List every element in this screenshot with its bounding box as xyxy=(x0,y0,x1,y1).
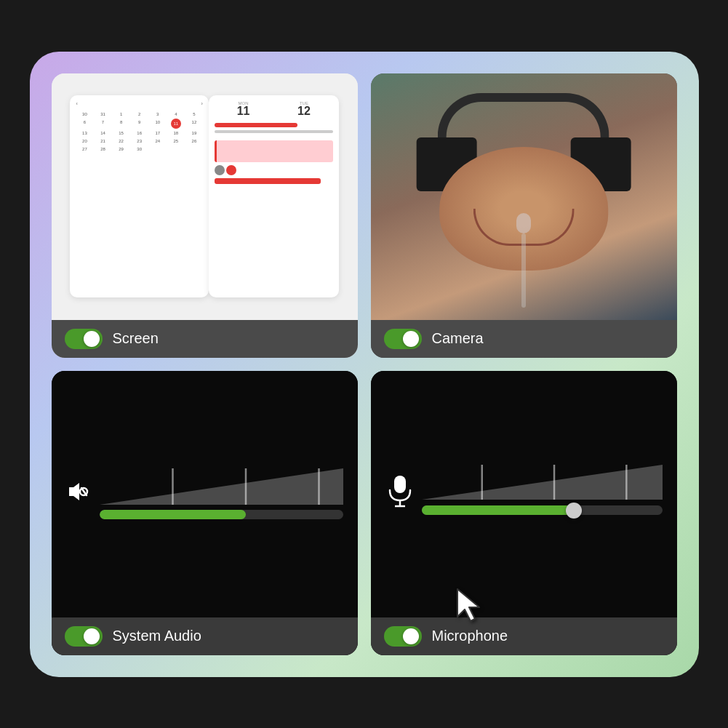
cal-cell: 29 xyxy=(113,145,130,153)
cal-cell: 31 xyxy=(94,111,111,118)
screen-toggle[interactable] xyxy=(65,329,103,349)
cal-cell: 21 xyxy=(94,137,111,145)
cal-next: › xyxy=(201,101,203,106)
schedule-day2-num: 12 xyxy=(275,105,332,117)
mic-slider-thumb[interactable] xyxy=(566,503,582,519)
audio-toggle-knob xyxy=(84,628,100,644)
schedule-mock: MON 11 TUE 12 xyxy=(209,95,339,297)
cal-cell: 4 xyxy=(167,111,185,118)
mic-viz-container xyxy=(422,465,663,523)
cal-cell: 24 xyxy=(149,137,167,145)
mic-toggle[interactable] xyxy=(384,626,422,647)
schedule-avatars xyxy=(215,165,333,175)
cal-cell: 18 xyxy=(167,129,185,137)
mic-preview xyxy=(371,371,677,617)
schedule-day1-num: 11 xyxy=(215,105,272,117)
mic-label: Microphone xyxy=(432,628,508,644)
camera-preview xyxy=(371,73,677,320)
cal-cell: 28 xyxy=(94,145,111,153)
audio-progress-fill xyxy=(100,510,246,519)
schedule-day1: MON 11 xyxy=(215,101,272,117)
cal-cell: 17 xyxy=(149,129,167,137)
audio-footer: System Audio xyxy=(52,617,358,655)
mic-progress-track[interactable] xyxy=(422,505,663,515)
schedule-bar xyxy=(215,123,297,127)
mic-footer: Microphone xyxy=(371,617,677,655)
cal-cell: 1 xyxy=(113,111,130,118)
mic-stand xyxy=(521,233,526,308)
cal-cell: 10 xyxy=(149,119,167,129)
svg-marker-0 xyxy=(69,483,79,500)
cal-prev: ‹ xyxy=(76,101,77,106)
main-container: ‹ › 30 31 1 2 3 4 5 6 7 8 xyxy=(30,52,699,677)
camera-label: Camera xyxy=(432,330,484,347)
schedule-day2: TUE 12 xyxy=(275,101,332,117)
cal-cell: 22 xyxy=(113,137,130,145)
avatar xyxy=(226,165,236,175)
cal-cell: 5 xyxy=(185,111,203,118)
cal-nav: ‹ › xyxy=(76,101,203,106)
mic-toggle-knob xyxy=(403,628,419,644)
cal-cell: 25 xyxy=(167,137,185,145)
cal-cell: 12 xyxy=(185,119,203,129)
cal-cell: 15 xyxy=(113,129,130,137)
cal-cell: 20 xyxy=(76,137,93,145)
mic-progress-fill xyxy=(422,505,578,515)
microphone-icon xyxy=(385,474,415,513)
headphone-band xyxy=(438,93,609,143)
cal-cell: 13 xyxy=(76,129,93,137)
cal-cell: 27 xyxy=(76,145,93,153)
cal-cell: 3 xyxy=(149,111,167,118)
cal-cell: 9 xyxy=(131,119,148,129)
cal-cell: 19 xyxy=(185,129,203,137)
mic-card: Microphone xyxy=(371,371,677,655)
cal-cell: 8 xyxy=(113,119,130,129)
screen-card: ‹ › 30 31 1 2 3 4 5 6 7 8 xyxy=(52,73,358,358)
cal-cell: 30 xyxy=(131,145,148,153)
cal-cell: 14 xyxy=(94,129,111,137)
audio-viz-container xyxy=(100,468,343,519)
mic-triangle xyxy=(422,465,663,500)
camera-card: Camera xyxy=(371,73,677,358)
cal-cell: 2 xyxy=(131,111,148,118)
screen-toggle-knob xyxy=(84,331,100,347)
mic-visualizer xyxy=(385,465,663,523)
volume-visualizer xyxy=(66,468,343,519)
audio-toggle[interactable] xyxy=(65,626,103,647)
cal-grid: 30 31 1 2 3 4 5 6 7 8 9 10 11 12 xyxy=(76,111,203,153)
audio-preview xyxy=(52,371,358,617)
cal-cell: 23 xyxy=(131,137,148,145)
camera-toggle[interactable] xyxy=(384,329,422,349)
avatar xyxy=(215,165,225,175)
cards-grid: ‹ › 30 31 1 2 3 4 5 6 7 8 xyxy=(52,73,677,655)
screen-preview: ‹ › 30 31 1 2 3 4 5 6 7 8 xyxy=(52,73,358,320)
schedule-event xyxy=(215,140,333,162)
cal-cell: 16 xyxy=(131,129,148,137)
svg-rect-7 xyxy=(394,476,406,493)
cal-cell: 6 xyxy=(76,119,93,129)
schedule-bottom-bar xyxy=(215,178,321,184)
audio-label: System Audio xyxy=(113,628,201,644)
speaker-icon xyxy=(66,479,92,510)
cal-cell-highlight: 11 xyxy=(171,119,181,129)
camera-toggle-knob xyxy=(403,331,419,347)
cal-cell: 26 xyxy=(185,137,203,145)
mic-head xyxy=(516,213,531,233)
audio-triangle xyxy=(100,468,343,505)
screen-label: Screen xyxy=(113,330,159,347)
camera-footer: Camera xyxy=(371,320,677,358)
schedule-bar xyxy=(215,130,333,133)
audio-card: System Audio xyxy=(52,371,358,655)
screen-footer: Screen xyxy=(52,320,358,358)
schedule-header: MON 11 TUE 12 xyxy=(215,101,333,117)
svg-marker-3 xyxy=(100,468,343,505)
cal-cell: 30 xyxy=(76,111,93,118)
calendar-mock: ‹ › 30 31 1 2 3 4 5 6 7 8 xyxy=(70,95,209,297)
cal-cell: 7 xyxy=(94,119,111,129)
audio-progress-track xyxy=(100,510,343,519)
